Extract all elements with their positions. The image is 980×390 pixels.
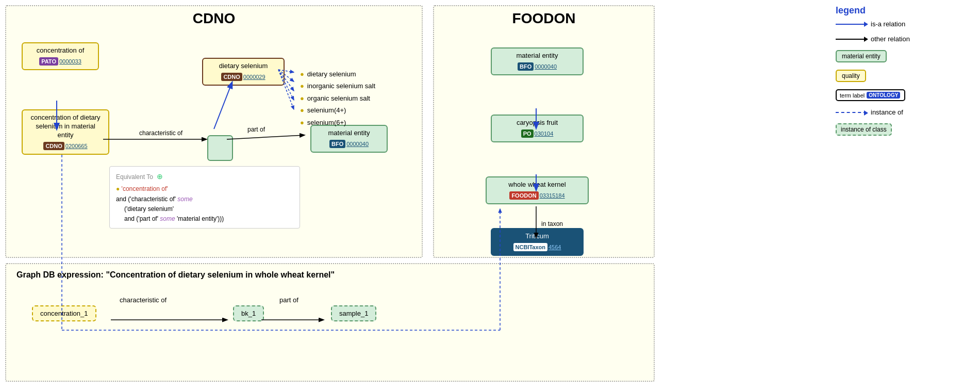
id-pato-0000033[interactable]: 0000033 <box>59 58 81 64</box>
equiv-line-1: ● 'concentration of' <box>116 184 293 194</box>
cdno-title: CDNO <box>6 6 422 27</box>
node-green-square <box>207 135 233 161</box>
legend-material: material entity <box>836 50 975 62</box>
node-material-entity-cdno: material entity BFO0000040 <box>310 125 388 153</box>
plus-icon[interactable]: ⊕ <box>157 172 163 181</box>
node-whole-wheat-kernel-label: whole wheat kernel <box>492 181 583 189</box>
node-concentration-1: concentration_1 <box>32 305 96 321</box>
equiv-to-label: Equivalent To <box>116 173 153 181</box>
node-dietary-selenium-label: dietary selenium <box>208 62 278 71</box>
id-foodon-03315184[interactable]: 03315184 <box>540 192 565 199</box>
main-container: CDNO concentration of PATO0000033 concen… <box>0 0 980 390</box>
legend-other-label: other relation <box>871 35 910 43</box>
node-concentration-1-label: concentration_1 <box>40 310 88 317</box>
badge-po: PO <box>521 129 534 138</box>
node-caryopsis-fruit: caryopsis fruit PO030104 <box>491 115 584 142</box>
legend-instance-of: instance of <box>836 108 975 116</box>
id-cdno-0200665[interactable]: 0200665 <box>65 143 88 149</box>
legend-isa-arrow <box>836 24 867 25</box>
legend-quality: quality <box>836 70 975 82</box>
legend-ontology-badge: ONTOLOGY <box>867 92 900 99</box>
node-material-entity-cdno-label: material entity <box>317 129 381 138</box>
node-triticum-label: Triticum <box>497 232 577 241</box>
node-material-entity-foodon-label: material entity <box>497 52 577 60</box>
id-bfo-0000040-cdno[interactable]: 0000040 <box>346 141 369 147</box>
badge-bfo-cdno: BFO <box>329 140 345 148</box>
bullet-3: organic selenium salt <box>300 92 375 104</box>
cdno-section: CDNO concentration of PATO0000033 concen… <box>5 5 423 258</box>
id-cdno-0000029[interactable]: 0000029 <box>243 74 265 80</box>
badge-pato: PATO <box>39 57 58 66</box>
legend-quality-node: quality <box>836 70 866 82</box>
bullet-1: dietary selenium <box>300 68 375 80</box>
node-dietary-selenium-top: dietary selenium CDNO0000029 <box>202 58 285 86</box>
legend-instance-of-class: instance of class <box>836 123 975 136</box>
equiv-line-4: and ('part of' some 'material entity'))) <box>124 214 293 224</box>
bullet-list: dietary selenium inorganic selenium salt… <box>300 68 375 128</box>
legend-isa-label: is-a relation <box>871 20 905 28</box>
legend-term-box: term label ONTOLOGY <box>836 89 905 101</box>
legend-instance-class-node: instance of class <box>836 123 892 136</box>
node-bk-1: bk_1 <box>233 305 264 321</box>
legend-other-arrow <box>836 39 867 40</box>
id-ncbi-4564[interactable]: 4564 <box>549 244 561 250</box>
bottom-section: Graph DB expression: "Concentration of d… <box>5 263 655 382</box>
foodon-title: FOODON <box>434 6 654 27</box>
legend-material-node: material entity <box>836 50 887 62</box>
node-concentration-of: concentration of PATO0000033 <box>22 42 99 70</box>
legend-section: legend is-a relation other relation mate… <box>836 5 975 382</box>
equiv-box: Equivalent To ⊕ ● 'concentration of' and… <box>109 166 300 229</box>
bullet-5: selenium(6+) <box>300 117 375 128</box>
legend-title: legend <box>836 5 975 16</box>
bottom-part-of-label: part of <box>279 296 298 304</box>
badge-cdno-dietary: CDNO <box>221 73 242 81</box>
node-concentration-dietary-label: concentration of dietary selenium in mat… <box>28 113 103 140</box>
legend-isa: is-a relation <box>836 20 975 28</box>
node-sample-1: sample_1 <box>331 305 376 321</box>
equiv-line-2: and ('characteristic of' some <box>116 194 293 204</box>
node-concentration-dietary: concentration of dietary selenium in mat… <box>22 109 109 155</box>
graph-db-title: Graph DB expression: "Concentration of d… <box>6 264 654 280</box>
legend-term-label-text: term label <box>840 92 865 99</box>
id-po-030104[interactable]: 030104 <box>535 131 554 137</box>
foodon-section: FOODON material entity BFO0000040 caryop… <box>433 5 655 258</box>
node-material-entity-foodon: material entity BFO0000040 <box>491 47 584 75</box>
badge-foodon: FOODON <box>509 191 538 200</box>
bottom-char-of-label: characteristic of <box>120 296 167 304</box>
legend-term: term label ONTOLOGY <box>836 89 975 101</box>
legend-instance-of-label: instance of <box>871 108 903 116</box>
badge-bfo-foodon: BFO <box>518 62 534 71</box>
node-triticum: Triticum NCBITaxon4564 <box>491 228 584 256</box>
badge-cdno-brown: CDNO <box>43 142 64 150</box>
equiv-line-3: ('dietary selenium' <box>124 204 293 214</box>
id-bfo-0000040-foodon[interactable]: 0000040 <box>535 63 557 70</box>
node-bk-1-label: bk_1 <box>241 310 256 317</box>
badge-ncbi: NCBITaxon <box>513 243 547 251</box>
legend-other: other relation <box>836 35 975 43</box>
node-sample-1-label: sample_1 <box>339 310 368 317</box>
legend-instance-of-arrow <box>836 112 867 113</box>
node-caryopsis-fruit-label: caryopsis fruit <box>497 119 577 127</box>
bullet-2: inorganic selenium salt <box>300 80 375 92</box>
node-whole-wheat-kernel: whole wheat kernel FOODON03315184 <box>486 176 589 204</box>
bullet-4: selenium(4+) <box>300 104 375 116</box>
node-concentration-of-label: concentration of <box>28 46 93 55</box>
